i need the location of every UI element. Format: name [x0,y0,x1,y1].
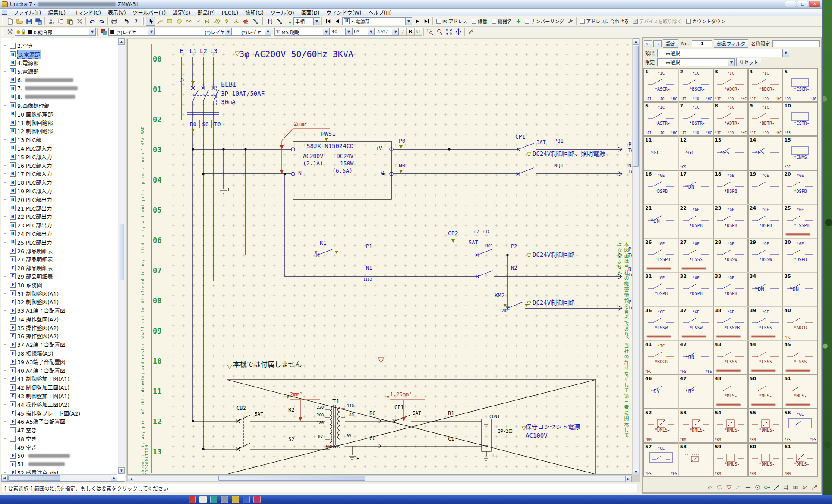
tree-item-51.[interactable]: F51. [4,460,117,469]
snap4-icon[interactable] [791,483,800,492]
fit-icon[interactable] [444,27,454,36]
save-icon[interactable] [24,17,34,26]
part-cell-39-*LSSS-[interactable]: 39*GE*LSSS- [748,307,783,340]
tree-item-24.PLC部出力[interactable]: H24.PLC部出力 [4,230,117,238]
scroll-left-icon[interactable]: ◀ [1,475,8,481]
tree-item-12.制御回路部[interactable]: H12.制御回路部 [4,127,117,135]
tree-item-38.接続箱(A3)[interactable]: F38.接続箱(A3) [4,349,117,358]
tree-item-23.PLC部出力[interactable]: H23.PLC部出力 [4,221,117,230]
part-cell-10-*CSTR-[interactable]: 10*CSTR-*FS [783,102,817,136]
part-cell-22-*DSPB-[interactable]: 22*GE*DSPB- [679,205,713,238]
tree-item-20.PLC部出力[interactable]: H20.PLC部出力 [4,195,117,204]
tree-item-34.操作盤図(A2)[interactable]: F34.操作盤図(A2) [4,315,117,324]
menu-コマンド(C)[interactable]: コマンド(C) [69,9,104,16]
part-cell-6-*ASTR-[interactable]: 6*IC*ASTR-*JI*JO*HC [644,102,678,136]
part-cell-4-*BDCR-[interactable]: 4*IC*BDCR-*JI*JO*HC [748,68,783,102]
page-select[interactable]: H 3.電源部▼ [342,17,412,25]
tree-item-47.空き[interactable]: 47.空き [4,426,117,435]
tree-item-42.制御盤加工図(A1)[interactable]: F42.制御盤加工図(A1) [4,383,117,392]
tree-item-8.[interactable]: H8. [4,93,117,101]
tree-item-19.PLC部入力[interactable]: H19.PLC部入力 [4,187,117,195]
paste-icon[interactable] [65,17,75,26]
tree-item-31.制御盤図(A1)[interactable]: F31.制御盤図(A1) [4,289,117,298]
part-cell-52-*DMLS-[interactable]: 52*DMLS-*KM [644,409,678,443]
part-cell-51-*MLS-[interactable]: 51*MLS- [783,375,817,409]
zoomwin-icon[interactable] [425,27,435,36]
linewidth-select[interactable]: (*)レイヤ▼ [232,28,271,36]
t-coil-icon[interactable] [184,17,193,26]
menu-部品(P)[interactable]: 部品(P) [194,9,218,16]
t-fan-icon[interactable] [231,17,241,26]
tree-scroll-thumb[interactable] [8,475,60,481]
part-cell-42-*DN[interactable]: 42*DN*FS*FS [679,341,713,375]
checkbox-PCアドレス[interactable]: PCアドレス [436,18,467,25]
reset-button[interactable]: リセット [736,58,761,66]
part-cell-13-*ES[interactable]: 13*ES [713,136,748,170]
part-cell-41-*BDCR-[interactable]: 41*IC*BDCR-*HC [644,341,678,375]
minimize-button[interactable]: _ [785,1,796,7]
part-cell-54-*DMLS-[interactable]: 54*DMLS-*KM [713,409,748,443]
tree-item-49.空き[interactable]: 49.空き [4,443,117,451]
checkbox-デバイスを取り除く[interactable]: ✓デバイスを取り除く [633,18,682,25]
tree-item-37.A2端子台配置図[interactable]: F37.A2端子台配置図 [4,340,117,349]
tree-item-17.PLC部入力[interactable]: H17.PLC部入力 [4,170,117,178]
title-bar[interactable]: Unidraf7 - ZMW-3] _ □ ✕ [0,0,822,9]
scroll-right-icon[interactable]: ▶ [111,475,117,481]
tree-item-25.PLC部出力[interactable]: H25.PLC部出力 [4,238,117,246]
target-icon[interactable] [753,483,762,492]
tree-item-46.A5端子台配置図[interactable]: F46.A5端子台配置図 [4,417,117,426]
palette-prev-button[interactable]: ← [644,40,652,47]
menu-画面(D)[interactable]: 画面(D) [298,9,323,16]
tree-item-28.部品明細表[interactable]: F28.部品明細表 [4,264,117,272]
part-cell-35-*DN[interactable]: 35*DN [783,273,817,306]
menu-ファイル(F)[interactable]: ファイル(F) [10,9,44,16]
tree-item-22.PLC部出力[interactable]: H22.PLC部出力 [4,212,117,221]
snap1-icon[interactable] [763,483,771,492]
checkbox-ナンバーリング[interactable]: ナンバーリング [525,18,564,25]
part-cell-21-*DN[interactable]: 21*DN [644,205,678,238]
navfirst-icon[interactable] [323,17,333,26]
layer-select[interactable]: ●🔒■ 0.総合部▼ [15,28,96,36]
menu-ツール(O)[interactable]: ツール(O) [267,9,298,16]
os-taskbar[interactable] [0,495,832,504]
tree-item-36.操作盤図(A2)[interactable]: F36.操作盤図(A2) [4,332,117,340]
wrench-icon[interactable] [566,17,575,26]
part-cell-28-*DSSW-[interactable]: 28*GE*DSSW- [713,239,748,272]
menu-捺印(G)[interactable]: 捺印(G) [242,9,267,16]
undo-icon[interactable] [87,17,97,26]
taskbar-app-icon-3[interactable] [210,496,217,503]
head-select[interactable]: --- 未選択 ---▼ [657,49,789,57]
tri-icon[interactable] [725,483,733,492]
savemulti-icon[interactable] [34,17,43,26]
part-cell-7-*BSTR-[interactable]: 7*IC*BSTR-*JI*JO*HC [679,102,713,136]
tree-item-2.空き[interactable]: 2.空き [4,41,117,50]
toolbar-grip[interactable] [262,17,263,25]
part-cell-31-*DSPB-[interactable]: 31*GE*DSPB- [644,273,678,306]
part-cell-12-*GC[interactable]: 12*GC*GS [679,136,713,170]
toolbar-grip[interactable] [2,17,3,25]
part-cell-26-*LSSPB-[interactable]: 26*GE*LSSPB- [644,239,678,272]
redo-icon[interactable] [97,17,106,26]
part-cell-14-*ES[interactable]: 14*ES [748,136,783,170]
part-cell-46-*DY[interactable]: 46*DY [644,375,678,409]
part-cell-58[interactable]: 58 [679,443,713,477]
abc-style-select[interactable]: ABC▼ [375,28,399,36]
tree-horizontal-scrollbar[interactable]: ◀ ▶ [1,474,117,481]
canvas-scroll-thumb[interactable] [218,476,365,481]
t-stamp-icon[interactable] [222,17,231,26]
part-cell-43-*LSSS-[interactable]: 43*LSSS- [713,341,748,375]
tree-item-10.画像処理部[interactable]: H10.画像処理部 [4,110,117,118]
part-cell-34-*DN[interactable]: 34*DN [748,273,783,306]
help-icon[interactable]: ? [131,17,141,26]
part-cell-27-*LSSS-[interactable]: 27*GE*LSSS- [679,239,713,272]
part-cell-23-*DSPB-[interactable]: 23*GE*DSPB- [713,205,748,238]
t-hammer-icon[interactable] [250,17,260,26]
tree-item-48.空き[interactable]: 48.空き [4,435,117,443]
part-cell-24-*DSPB-[interactable]: 24*GE*DSPB- [748,205,783,238]
part-cell-1-*ASCR-[interactable]: 1*IC*ASCR-*JI*JO*HC [644,68,678,102]
t-hatch-icon[interactable] [212,17,222,26]
part-cell-5-*CSCR-[interactable]: 5*CSCR-*JG*JG [783,68,817,102]
checkbox-カウントダウン[interactable]: カウントダウン [686,18,725,25]
layers-icon[interactable] [5,27,15,36]
mdi-child-icon[interactable] [2,10,7,15]
